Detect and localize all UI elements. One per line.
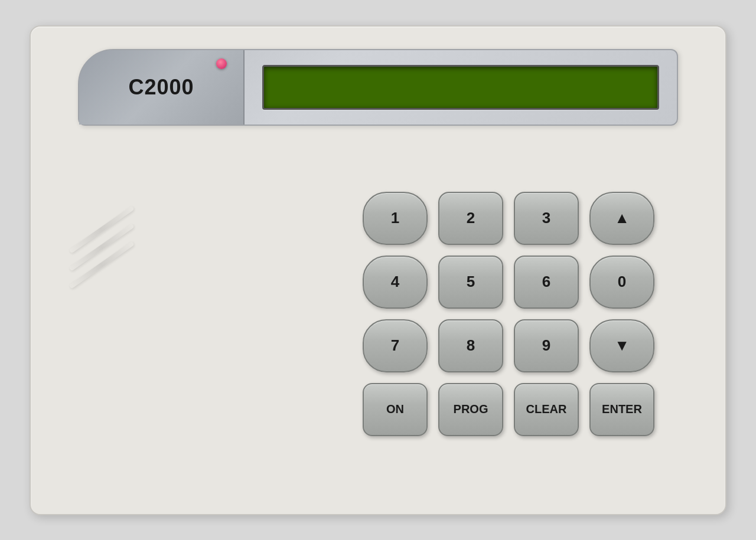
key-prog[interactable]: PROG: [438, 383, 503, 436]
key-6[interactable]: 6: [514, 256, 579, 309]
brand-name: C2000: [128, 75, 194, 100]
key-4[interactable]: 4: [363, 256, 428, 309]
key-enter[interactable]: ENTER: [589, 383, 654, 436]
keypad: 123▲4560789▼ONPROGCLEARENTER: [363, 192, 654, 436]
key-7[interactable]: 7: [363, 319, 428, 372]
key-3[interactable]: 3: [514, 192, 579, 245]
key-5[interactable]: 5: [438, 256, 503, 309]
key-2[interactable]: 2: [438, 192, 503, 245]
lcd-display: [262, 65, 659, 110]
key-1[interactable]: 1: [363, 192, 428, 245]
header-panel: C2000: [78, 49, 678, 126]
key-down[interactable]: ▼: [589, 319, 654, 372]
key-clear[interactable]: CLEAR: [514, 383, 579, 436]
decorative-slashes: [63, 227, 140, 267]
key-8[interactable]: 8: [438, 319, 503, 372]
display-section: [245, 53, 677, 122]
key-0[interactable]: 0: [589, 256, 654, 309]
security-panel: C2000 123▲4560789▼ONPROGCLEARENTER: [30, 25, 726, 515]
brand-section: C2000: [79, 50, 245, 125]
key-up[interactable]: ▲: [589, 192, 654, 245]
key-on[interactable]: ON: [363, 383, 428, 436]
key-9[interactable]: 9: [514, 319, 579, 372]
